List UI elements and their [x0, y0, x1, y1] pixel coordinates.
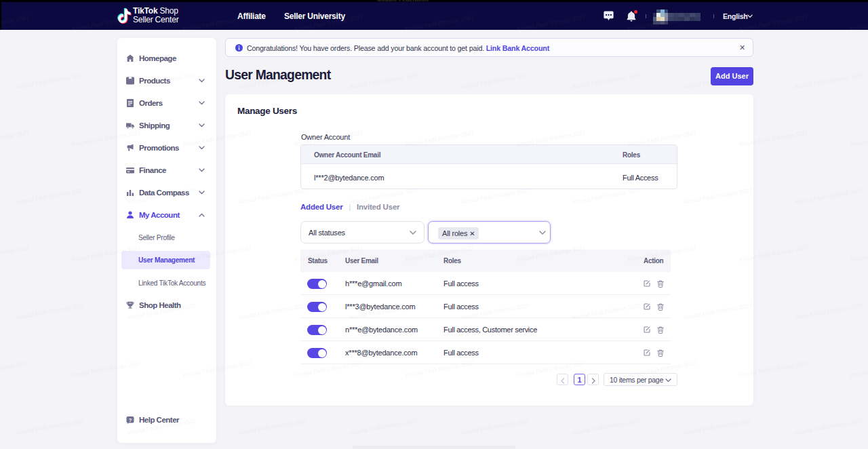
svg-text:?: ? — [129, 417, 132, 423]
